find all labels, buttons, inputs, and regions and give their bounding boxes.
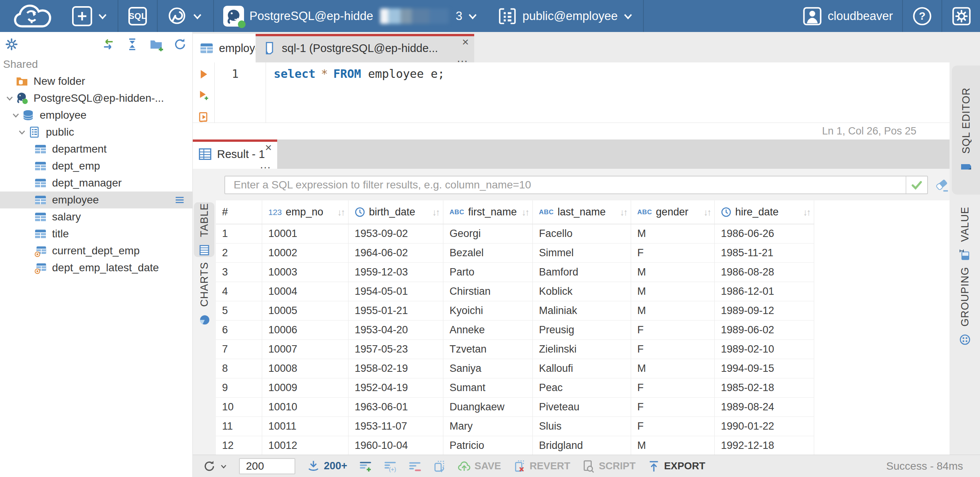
row-index-cell[interactable]: 10: [216, 398, 262, 417]
column-header-gender[interactable]: ABCgender↓↑: [631, 200, 715, 224]
tab-value-panel[interactable]: VALUE: [952, 203, 978, 265]
delete-row-button[interactable]: [408, 460, 421, 473]
row-index-cell[interactable]: 9: [216, 378, 262, 398]
grid-cell[interactable]: 1992-12-18: [715, 436, 814, 455]
row-index-cell[interactable]: 6: [216, 321, 262, 340]
execute-query-button[interactable]: [197, 69, 210, 80]
grid-cell[interactable]: Georgi: [443, 224, 533, 244]
tree-item-salary[interactable]: salary: [0, 208, 192, 225]
grid-cell[interactable]: Chirstian: [443, 282, 533, 301]
execute-in-new-tab-button[interactable]: [197, 90, 210, 101]
grid-cell[interactable]: Sluis: [533, 417, 631, 436]
grid-cell[interactable]: 1959-12-03: [349, 263, 443, 282]
grid-cell[interactable]: 10008: [262, 359, 349, 378]
grid-cell[interactable]: 1985-11-21: [715, 244, 814, 263]
grid-cell[interactable]: M: [631, 301, 715, 321]
clear-filter-eraser-icon[interactable]: [934, 177, 950, 193]
column-header-birth_date[interactable]: birth_date↓↑: [349, 200, 443, 224]
row-index-cell[interactable]: 2: [216, 244, 262, 263]
grid-cell[interactable]: Zielinski: [533, 340, 631, 359]
tab-charts-presentation[interactable]: CHARTS: [194, 264, 214, 324]
tree-item-current-dept-emp[interactable]: current_dept_emp: [0, 242, 192, 259]
batch-edit-button[interactable]: [433, 460, 446, 473]
grid-cell[interactable]: Anneke: [443, 321, 533, 340]
grid-cell[interactable]: Bezalel: [443, 244, 533, 263]
user-menu[interactable]: cloudbeaver: [802, 6, 893, 26]
grid-cell[interactable]: 10011: [262, 417, 349, 436]
grid-cell[interactable]: Tzvetan: [443, 340, 533, 359]
duplicate-row-button[interactable]: (+): [384, 460, 397, 473]
sync-connection-icon[interactable]: [101, 37, 115, 51]
tree-item-department[interactable]: department: [0, 141, 192, 158]
row-index-cell[interactable]: 11: [216, 417, 262, 436]
grid-cell[interactable]: 1989-06-02: [715, 321, 814, 340]
grid-cell[interactable]: 1989-08-24: [715, 398, 814, 417]
column-header-emp_no[interactable]: 123emp_no↓↑: [262, 200, 349, 224]
close-icon[interactable]: ×: [265, 142, 272, 153]
settings-gear-icon[interactable]: [5, 37, 19, 51]
tab-sql-1[interactable]: sql-1 (PostgreSQL@ep-hidde... × …: [256, 34, 474, 62]
grid-cell[interactable]: 1958-02-19: [349, 359, 443, 378]
tree-item-dept-manager[interactable]: dept_manager: [0, 175, 192, 191]
tree-item-new-folder[interactable]: New folder: [0, 73, 192, 90]
fetch-more-rows-button[interactable]: 200+: [307, 460, 347, 473]
tab-grouping-panel[interactable]: GROUPING: [952, 265, 978, 348]
grid-cell[interactable]: Duangkaew: [443, 398, 533, 417]
grid-cell[interactable]: Saniya: [443, 359, 533, 378]
tab-more-icon[interactable]: …: [259, 161, 272, 168]
grid-cell[interactable]: 1954-05-01: [349, 282, 443, 301]
row-limit-input[interactable]: [239, 458, 295, 474]
tab-result-1[interactable]: Result - 1 × …: [193, 139, 277, 169]
row-index-cell[interactable]: 5: [216, 301, 262, 321]
grid-cell[interactable]: F: [631, 340, 715, 359]
row-index-cell[interactable]: 12: [216, 436, 262, 455]
grid-cell[interactable]: 10001: [262, 224, 349, 244]
grid-cell[interactable]: Maliniak: [533, 301, 631, 321]
filter-input[interactable]: [225, 176, 906, 193]
grid-cell[interactable]: Koblick: [533, 282, 631, 301]
revert-button[interactable]: REVERT: [513, 460, 570, 473]
code-area[interactable]: select*FROM employee e;: [266, 62, 950, 123]
chevron-down-icon[interactable]: [9, 111, 22, 119]
grid-cell[interactable]: Kalloufi: [533, 359, 631, 378]
collapse-all-icon[interactable]: [125, 37, 139, 51]
add-folder-icon[interactable]: [149, 37, 163, 51]
grid-cell[interactable]: 10004: [262, 282, 349, 301]
row-index-cell[interactable]: 4: [216, 282, 262, 301]
grid-cell[interactable]: F: [631, 244, 715, 263]
connection-selector[interactable]: PostgreSQL@ep-hidde 3: [223, 6, 478, 27]
grid-cell[interactable]: Bamford: [533, 263, 631, 282]
grid-cell[interactable]: 1952-04-19: [349, 378, 443, 398]
refresh-results-button[interactable]: [203, 460, 227, 473]
tree-item-employee[interactable]: employee: [0, 191, 192, 208]
grid-cell[interactable]: 10009: [262, 378, 349, 398]
tab-more-icon[interactable]: …: [456, 55, 469, 62]
driver-manager-button[interactable]: [167, 6, 202, 26]
grid-cell[interactable]: F: [631, 321, 715, 340]
grid-cell[interactable]: M: [631, 282, 715, 301]
grid-cell[interactable]: Parto: [443, 263, 533, 282]
grid-cell[interactable]: M: [631, 359, 715, 378]
column-header-first_name[interactable]: ABCfirst_name↓↑: [443, 200, 533, 224]
grid-cell[interactable]: M: [631, 263, 715, 282]
grid-cell[interactable]: Peac: [533, 378, 631, 398]
add-row-button[interactable]: [359, 460, 372, 473]
grid-cell[interactable]: 1963-06-01: [349, 398, 443, 417]
grid-cell[interactable]: Preusig: [533, 321, 631, 340]
grid-cell[interactable]: Piveteau: [533, 398, 631, 417]
column-header-last_name[interactable]: ABClast_name↓↑: [533, 200, 631, 224]
chevron-down-icon[interactable]: [3, 94, 16, 102]
grid-cell[interactable]: 1985-02-18: [715, 378, 814, 398]
tree-item-public[interactable]: public: [0, 124, 192, 141]
tab-sql-editor-vertical[interactable]: SQL EDITOR: [952, 66, 980, 195]
row-index-cell[interactable]: 7: [216, 340, 262, 359]
grid-cell[interactable]: 10010: [262, 398, 349, 417]
grid-cell[interactable]: Mary: [443, 417, 533, 436]
grid-cell[interactable]: 1990-01-22: [715, 417, 814, 436]
grid-cell[interactable]: 10007: [262, 340, 349, 359]
row-index-cell[interactable]: 8: [216, 359, 262, 378]
grid-cell[interactable]: 1957-05-23: [349, 340, 443, 359]
grid-cell[interactable]: Bridgland: [533, 436, 631, 455]
grid-cell[interactable]: 10002: [262, 244, 349, 263]
grid-cell[interactable]: 1953-11-07: [349, 417, 443, 436]
